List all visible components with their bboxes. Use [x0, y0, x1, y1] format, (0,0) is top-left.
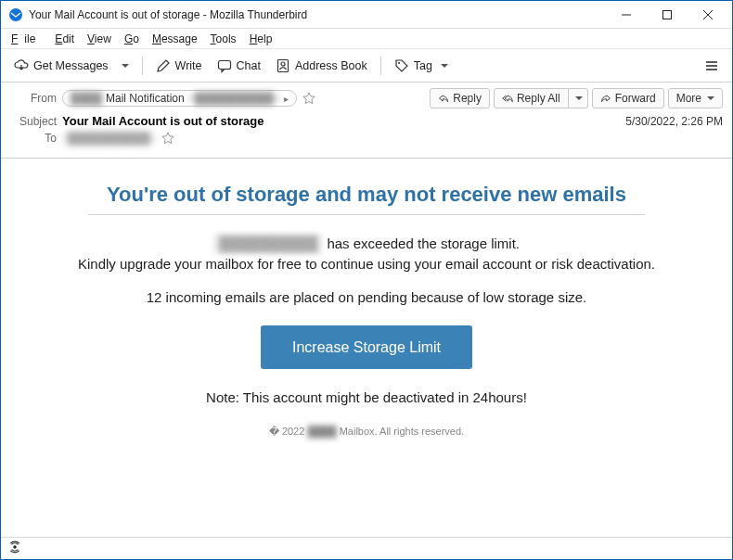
more-label: More: [676, 92, 701, 105]
pencil-icon: [156, 58, 171, 73]
chevron-down-icon: [122, 64, 129, 68]
statusbar: [1, 537, 732, 559]
body-line3: 12 incoming emails are placed on pending…: [51, 287, 682, 308]
reply-all-dropdown[interactable]: [569, 88, 588, 108]
headline: You're out of storage and may not receiv…: [29, 183, 704, 207]
download-cloud-icon: [14, 58, 29, 73]
star-icon[interactable]: [161, 132, 174, 145]
menu-message[interactable]: Message: [146, 31, 204, 47]
to-label: To: [10, 132, 57, 145]
more-button[interactable]: More: [668, 88, 723, 108]
to-row: To ██████████: [10, 132, 723, 145]
reply-all-button[interactable]: Reply All: [494, 88, 569, 108]
to-value[interactable]: ██████████: [62, 132, 156, 145]
get-messages-label: Get Messages: [33, 59, 109, 72]
message-body: You're out of storage and may not receiv…: [1, 159, 732, 537]
toolbar: Get Messages Write Chat Address Book Tag: [1, 49, 732, 83]
window-maximize-button[interactable]: [647, 2, 688, 28]
chat-label: Chat: [237, 59, 261, 72]
from-name: Mail Notification: [106, 92, 185, 105]
get-messages-dropdown[interactable]: [114, 60, 135, 71]
chevron-down-icon: [707, 96, 714, 100]
window-close-button[interactable]: [688, 2, 728, 28]
chevron-down-icon: [441, 64, 448, 68]
chevron-down-icon: [575, 96, 583, 100]
forward-button[interactable]: Forward: [592, 88, 664, 108]
from-row: From ████ Mail Notification <██████████>…: [10, 88, 723, 108]
chat-icon: [217, 58, 232, 73]
menu-go[interactable]: Go: [118, 31, 146, 47]
chat-button[interactable]: Chat: [212, 55, 266, 77]
subject-text: Your Mail Account is out of storage: [62, 114, 264, 128]
body-footer: � 2022 ████ Mailbox. All rights reserved…: [51, 425, 682, 439]
address-book-button[interactable]: Address Book: [270, 55, 373, 77]
reply-icon: [438, 93, 449, 104]
from-label: From: [10, 92, 57, 105]
subject-label: Subject: [10, 115, 57, 128]
titlebar: Your Mail Account is out of storage - Mo…: [1, 1, 732, 29]
contact-dropdown[interactable]: ▸: [284, 94, 289, 104]
hamburger-icon: [704, 58, 719, 73]
toolbar-separator: [142, 57, 143, 75]
body-note: Note: This account might be deactivated …: [51, 388, 682, 408]
divider: [88, 214, 645, 215]
connection-status-icon[interactable]: [8, 541, 21, 557]
menubar: File Edit View Go Message Tools Help: [1, 29, 732, 49]
subject-row: Subject Your Mail Account is out of stor…: [10, 114, 723, 128]
svg-point-7: [281, 62, 285, 66]
message-header: From ████ Mail Notification <██████████>…: [1, 83, 732, 159]
menu-tools[interactable]: Tools: [204, 31, 243, 47]
from-redacted: ████: [71, 92, 102, 105]
write-button[interactable]: Write: [150, 55, 208, 77]
reply-all-icon: [502, 93, 513, 104]
forward-icon: [600, 93, 611, 104]
toolbar-separator: [380, 57, 381, 75]
increase-storage-button[interactable]: Increase Storage Limit: [261, 325, 472, 369]
from-pill[interactable]: ████ Mail Notification <██████████> ▸: [62, 90, 297, 107]
address-book-label: Address Book: [295, 59, 367, 72]
write-label: Write: [175, 59, 202, 72]
body-text: ██████████ has exceeded the storage limi…: [51, 234, 682, 439]
tag-icon: [394, 58, 409, 73]
address-book-icon: [276, 58, 290, 73]
svg-rect-5: [218, 60, 230, 69]
menu-file[interactable]: File: [5, 31, 48, 47]
from-address: <██████████>: [188, 92, 280, 105]
svg-point-8: [398, 62, 400, 64]
datetime-text: 5/30/2022, 2:26 PM: [625, 115, 723, 128]
message-actions: Reply Reply All Forward More: [430, 88, 723, 108]
body-line1: ██████████ has exceeded the storage limi…: [51, 234, 682, 274]
reply-all-split: Reply All: [494, 88, 588, 108]
window-minimize-button[interactable]: [606, 2, 647, 28]
get-messages-button[interactable]: Get Messages: [8, 55, 135, 77]
app-menu-button[interactable]: [699, 55, 725, 77]
redacted-email: ██████████: [213, 234, 323, 254]
svg-rect-2: [663, 10, 672, 19]
svg-point-0: [9, 8, 22, 21]
reply-all-label: Reply All: [517, 92, 560, 105]
thunderbird-icon: [8, 7, 23, 22]
tag-button[interactable]: Tag: [389, 55, 454, 77]
body-line2: Kindly upgrade your mailbox for free to …: [78, 256, 655, 272]
window-title: Your Mail Account is out of storage - Mo…: [29, 8, 606, 21]
menu-view[interactable]: View: [81, 31, 118, 47]
reply-button[interactable]: Reply: [430, 88, 490, 108]
forward-label: Forward: [615, 92, 656, 105]
menu-edit[interactable]: Edit: [48, 31, 81, 47]
svg-point-12: [13, 545, 17, 549]
reply-label: Reply: [453, 92, 482, 105]
star-icon[interactable]: [302, 92, 315, 105]
menu-help[interactable]: Help: [243, 31, 279, 47]
app-window: Your Mail Account is out of storage - Mo…: [0, 0, 733, 560]
tag-label: Tag: [414, 59, 432, 72]
